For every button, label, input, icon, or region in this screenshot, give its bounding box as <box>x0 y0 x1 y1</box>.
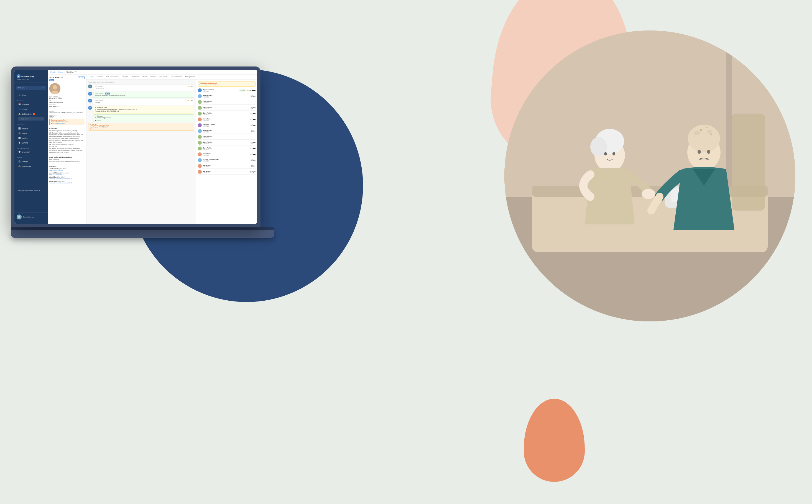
tab-manage-notes[interactable]: Manage notes <box>183 75 196 80</box>
laptop-container: ♥ nursebuddy Happy Home Care All teams ▾ <box>11 66 274 238</box>
sidebar-communicate-section: Communicate 💬 Send SMS <box>14 147 48 155</box>
breadcrumb-people[interactable]: People <box>50 71 56 73</box>
sidebar-item-notifications[interactable]: 🔔 Notifications 1 <box>16 112 46 116</box>
main-content: People / Clients / Afzal Khan *** ••• Af… <box>48 70 257 224</box>
sidebar-surveys-label: Surveys <box>22 142 28 144</box>
svg-rect-23 <box>732 114 765 211</box>
list-avatar <box>198 129 202 133</box>
washing-machine-card: 🔧 Washing machine fixed Jayne Scarman 7 … <box>88 123 194 131</box>
task-2: Cleaning (make sure the clients space is… <box>49 161 85 163</box>
list-item: Maria Sars 1 Jul 2023 ◇◇♠♣ <box>198 117 256 122</box>
svg-point-20 <box>700 129 702 131</box>
list-item: Dave Phillips 1 Jul 2023 ◇◇♠♣ <box>198 140 256 145</box>
sidebar-reports-label: Reports <box>22 128 28 130</box>
list-avatar <box>198 141 202 145</box>
tab-calendar[interactable]: Calendar <box>95 75 104 80</box>
logo-subtitle: Happy Home Care <box>17 79 45 80</box>
list-entry-time: 1 Jul 2023 <box>203 172 249 173</box>
salmon-teardrop-shape <box>524 399 585 482</box>
sidebar-home-section: i Home <box>14 93 48 98</box>
client-avatar-svg <box>49 83 60 94</box>
teams-label: All teams <box>18 87 25 89</box>
logo-area: ♥ nursebuddy Happy Home Care <box>14 73 48 83</box>
care-plan-item-5: 05. Skin care <box>49 145 85 147</box>
metrics-icon: 📈 <box>18 137 21 139</box>
laptop-hinge <box>11 227 274 230</box>
task-1: First: carry toast <box>49 158 85 160</box>
share-ideas-link[interactable]: Share your improvement ideas! ↗ <box>14 189 48 193</box>
sidebar-item-surveys[interactable]: 📋 Surveys <box>16 140 46 145</box>
right-panel: Diary Calendar Risk assessments Care pla… <box>86 75 257 224</box>
list-entry-badge: 277 days <box>239 89 246 91</box>
sidebar-item-home[interactable]: i Home <box>16 93 46 97</box>
divider-4 <box>49 164 85 164</box>
sidebar-item-people[interactable]: 👥 People <box>16 107 46 111</box>
sidebar-item-schedule[interactable]: 📅 Schedule <box>16 102 46 107</box>
list-avatar <box>198 106 202 110</box>
sidebar: ♥ nursebuddy Happy Home Care All teams ▾ <box>14 70 48 224</box>
chevron-down-icon: ▾ <box>44 87 44 89</box>
list-entry-icons: ◇◇♠♣ <box>251 165 256 167</box>
tab-diary[interactable]: Diary <box>88 75 95 80</box>
sidebar-item-settings[interactable]: ⚙️ Settings <box>16 159 46 164</box>
svg-point-8 <box>642 189 655 199</box>
contact-3: Afzal Mian (Next of kin) Access to infor… <box>49 176 85 180</box>
communicate-section-label: Communicate <box>16 147 47 150</box>
diary-entries-list: Jayne Scarman 1 Jul 2023 277 days ⭐◇◇♠♣♣ <box>198 88 256 175</box>
tab-task-history[interactable]: Task history <box>158 75 169 80</box>
tab-risk-assessments[interactable]: Risk assessments <box>104 75 120 80</box>
pin-more-link[interactable]: 📌 Pin more about client <box>51 123 83 124</box>
client-address: Address 13 Burton Road, M15 Manchester, … <box>49 110 85 114</box>
diary-meta-1: Jack Garrison ⭐◇◇♠♣ <box>95 86 193 87</box>
diary-bubble-4: ☕ Make a cup of tea 💊 Medication adminis… <box>93 106 194 114</box>
list-entry-info: Dave Phillips 1 Jul 2023 <box>203 135 254 139</box>
list-avatar <box>198 147 202 150</box>
tab-medication[interactable]: Medication <box>130 75 141 80</box>
edit-client-button[interactable]: ✏ Edit <box>78 76 85 79</box>
sidebar-item-send-sms[interactable]: 💬 Send SMS <box>16 150 46 154</box>
sidebar-item-export[interactable]: 📤 Export data <box>16 164 46 168</box>
care-plan-item-2: 02. Medication (What needs to be handed … <box>49 132 85 138</box>
client-flag-item: Washing machine fixed Jayne Scarman 7 Ju… <box>49 119 85 125</box>
more-options-icon[interactable]: ••• <box>79 71 80 73</box>
care-plan-item-7: 07. Hygiene (Need a shower twice a week … <box>49 150 85 153</box>
diary-text-4: ☕ Make a cup of tea 💊 Medication adminis… <box>95 107 193 112</box>
diary-avatar-1: JG <box>88 85 92 88</box>
flag-author: Jayne Scarman 7 Jul 2023 13:47 <box>51 121 83 122</box>
list-entry-icons: ◇◇♠♣ <box>251 118 256 121</box>
elderly-photo-area <box>504 30 795 321</box>
list-entry-info: Maria Sars 1 Jul 2023 <box>203 165 249 168</box>
diary-add-note-prompt[interactable]: Add a diary note concerning this client.… <box>88 81 194 83</box>
client-profile-sidebar: Afzal Khan *** Client ✏ Edit <box>48 75 86 224</box>
payroll-icon: 💰 <box>18 132 21 134</box>
breadcrumb: People / Clients / Afzal Khan *** ••• <box>48 70 257 75</box>
sidebar-item-payroll[interactable]: 💰 Payroll <box>16 131 46 135</box>
sidebar-item-reports[interactable]: 📊 Reports <box>16 126 46 131</box>
tab-emar[interactable]: eMAR <box>141 75 148 80</box>
svg-point-22 <box>706 127 708 128</box>
tab-file-attachments[interactable]: File attachments <box>169 75 183 80</box>
diary-bubble-3: Jayne Scarman ⭐◇◇♠♣ 5376 min <box>93 99 194 105</box>
list-entry-info: Dave Phillips 1 Jul 2023 <box>203 112 249 115</box>
heart-icon: ♥ <box>18 75 19 77</box>
breadcrumb-clients[interactable]: Clients <box>58 71 63 73</box>
admin-section-label: Admin <box>16 156 47 159</box>
add-new-button[interactable]: + Add new <box>18 117 44 121</box>
list-avatar <box>198 152 202 156</box>
list-entry-icons: ◇◇♠♣ <box>251 159 256 161</box>
diary-list-column: 🔧 Washing machine fixed Was this in the … <box>196 80 257 224</box>
svg-point-18 <box>698 150 701 154</box>
sidebar-settings-label: Settings <box>22 161 28 163</box>
divider-1 <box>49 109 85 109</box>
sidebar-item-metrics[interactable]: 📈 Metrics <box>16 136 46 140</box>
list-item: Ann Williams 1 Jul 2023 ◇◇♠♣ <box>198 129 256 134</box>
logo-name: nursebuddy <box>21 75 34 78</box>
tab-contacts[interactable]: Contacts <box>148 75 158 80</box>
tab-care-plan[interactable]: Care plan <box>120 75 130 80</box>
teams-dropdown[interactable]: All teams ▾ <box>16 86 46 90</box>
washing-banner-title: 🔧 Washing machine fixed <box>199 82 254 84</box>
list-avatar <box>198 170 202 174</box>
diary-time-1: 1 Jul 2023 10:00 <box>95 88 193 89</box>
washing-pin-more[interactable]: 📌 Pin more about client <box>90 128 193 130</box>
client-avatar <box>49 83 60 94</box>
